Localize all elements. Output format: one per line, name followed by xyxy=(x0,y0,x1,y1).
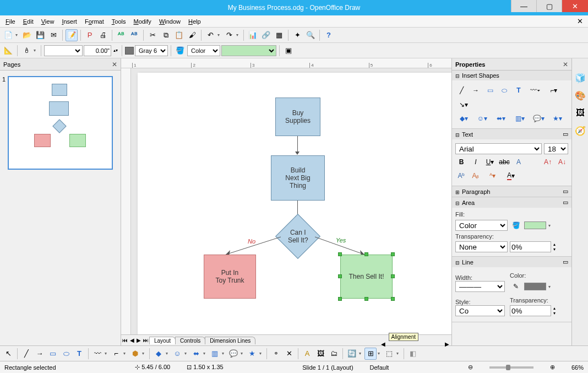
flowchart-dropdown[interactable]: ▾ xyxy=(222,351,226,356)
symbol-dropdown[interactable]: ▾ xyxy=(184,351,189,356)
new-dropdown[interactable]: ▾ xyxy=(15,33,20,37)
stars-dropdown[interactable]: ▾ xyxy=(259,351,264,356)
fill-color-dropdown[interactable]: ▾ xyxy=(548,223,553,228)
navigator-icon[interactable]: ✦ xyxy=(291,29,303,41)
resize-handle[interactable] xyxy=(338,297,342,301)
underline-icon[interactable]: U▾ xyxy=(484,156,496,168)
strikethrough-icon[interactable]: abc xyxy=(498,156,510,168)
line-transparency-input[interactable] xyxy=(510,305,551,316)
rect-icon[interactable]: ▭ xyxy=(47,348,59,360)
text-icon[interactable]: T xyxy=(73,348,85,360)
basic-shapes-icon[interactable]: ◆▾ xyxy=(455,112,472,125)
ellipse-icon[interactable]: ⬭ xyxy=(60,348,72,360)
curve-icon[interactable]: 〰 xyxy=(91,348,104,360)
font-color-icon[interactable]: A▾ xyxy=(503,170,519,182)
resize-handle[interactable] xyxy=(391,274,395,278)
zoom-icon[interactable]: 🔍 xyxy=(304,29,317,41)
line-icon[interactable]: ╱ xyxy=(20,348,32,360)
3d-icon[interactable]: ⬢ xyxy=(129,348,141,360)
cut-icon[interactable]: ✂ xyxy=(146,29,159,41)
arrow[interactable] xyxy=(297,136,298,153)
area-fill-icon[interactable]: 🪣 xyxy=(174,45,186,57)
node-buy-supplies[interactable]: Buy Supplies xyxy=(275,98,320,136)
edit-points-icon[interactable]: 📐 xyxy=(2,45,14,57)
menu-insert[interactable]: Insert xyxy=(58,17,80,26)
gallery-icon[interactable]: 🗂 xyxy=(328,348,340,360)
shadow-text-icon[interactable]: A xyxy=(513,156,525,168)
resize-handle[interactable] xyxy=(391,297,395,301)
bucket-icon[interactable]: 🪣 xyxy=(510,219,522,231)
connector-icon[interactable]: ⌐ xyxy=(110,348,122,360)
help-icon[interactable]: ? xyxy=(323,29,335,41)
tab-dimension[interactable]: Dimension Lines xyxy=(205,337,255,344)
spellcheck-icon[interactable]: ᴬᴮ xyxy=(115,29,127,41)
node-sell-it[interactable]: Then Sell It! xyxy=(340,255,393,299)
fill-color-swatch[interactable] xyxy=(524,221,546,229)
resize-handle[interactable] xyxy=(391,252,395,256)
glue-icon[interactable]: 🕯 xyxy=(20,45,32,57)
gallery-tab-icon[interactable]: 🖼 xyxy=(574,107,586,119)
line-color-swatch[interactable] xyxy=(524,283,546,290)
alignment-icon[interactable]: ⊞ xyxy=(364,348,377,360)
print-icon[interactable]: 🖨 xyxy=(97,29,109,41)
format-paintbrush-icon[interactable]: 🖌 xyxy=(186,29,198,41)
from-file-icon[interactable]: 🖼 xyxy=(314,348,326,360)
page-thumb[interactable] xyxy=(8,76,113,170)
menu-edit[interactable]: Edit xyxy=(20,17,37,26)
callouts-dropdown[interactable]: ▾ xyxy=(241,351,245,356)
fontwork-icon[interactable]: A xyxy=(301,348,313,360)
symbol-shapes-icon[interactable]: ☺▾ xyxy=(474,112,491,125)
menu-modify[interactable]: Modify xyxy=(130,17,154,26)
zoom-out-icon[interactable]: ⊖ xyxy=(468,364,473,371)
menu-help[interactable]: Help xyxy=(185,17,204,26)
font-name-select[interactable]: Arial xyxy=(455,143,542,154)
block-arrows-icon[interactable]: ⬌ xyxy=(190,348,202,360)
pencil-icon[interactable]: ✎ xyxy=(510,280,522,293)
properties-tab-icon[interactable]: 🧊 xyxy=(574,72,586,84)
close-icon[interactable]: ✕ xyxy=(112,61,117,68)
line-color-dropdown[interactable]: ▾ xyxy=(548,284,553,289)
text-icon[interactable]: T xyxy=(513,84,525,96)
ellipse-icon[interactable]: ⬭ xyxy=(498,84,510,96)
decrease-font-icon[interactable]: A↓ xyxy=(556,156,568,168)
shapes-dropdown[interactable]: ▾ xyxy=(166,351,170,356)
select-icon[interactable]: ↖ xyxy=(2,348,14,360)
callouts-icon[interactable]: 💬▾ xyxy=(530,112,547,125)
effects-dropdown[interactable]: ▾ xyxy=(359,351,363,356)
zoom-value[interactable]: 66% xyxy=(571,364,584,371)
basic-shapes-icon[interactable]: ◆ xyxy=(153,348,165,360)
rect-icon[interactable]: ▭ xyxy=(484,84,496,96)
italic-icon[interactable]: I xyxy=(470,156,482,168)
points-icon[interactable]: ⚬ xyxy=(270,348,282,360)
arrow-icon[interactable]: → xyxy=(470,84,482,96)
font-size-select[interactable]: 18 xyxy=(544,143,568,154)
transparency-mode-select[interactable]: None xyxy=(455,241,508,252)
tab-layout[interactable]: Layout xyxy=(149,337,176,344)
curve-dropdown[interactable]: ▾ xyxy=(105,351,109,356)
arrow-icon[interactable]: → xyxy=(34,348,46,360)
auto-spellcheck-icon[interactable]: ᴬᴮ xyxy=(128,29,140,41)
table-icon[interactable]: ▦ xyxy=(273,29,285,41)
arrows-dropdown[interactable]: ▾ xyxy=(203,351,208,356)
symbol-shapes-icon[interactable]: ☺ xyxy=(171,348,183,360)
menu-file[interactable]: File xyxy=(2,17,19,26)
menu-format[interactable]: Format xyxy=(81,17,107,26)
transparency-value-input[interactable] xyxy=(510,241,551,252)
open-icon[interactable]: 📂 xyxy=(21,29,33,41)
minimize-button[interactable]: — xyxy=(511,0,536,12)
tab-controls[interactable]: Controls xyxy=(175,337,205,344)
copy-icon[interactable]: ⧉ xyxy=(160,29,172,41)
block-arrows-icon[interactable]: ⬌▾ xyxy=(493,112,509,125)
redo-dropdown[interactable]: ▾ xyxy=(236,33,241,37)
line-width-select[interactable]: ——— xyxy=(455,281,505,292)
superscript-icon[interactable]: Aᵇ xyxy=(455,170,467,182)
resize-handle[interactable] xyxy=(364,252,368,256)
stars-icon[interactable]: ★▾ xyxy=(549,112,565,125)
tab-nav-prev[interactable]: ◀ xyxy=(129,337,135,343)
more-options-icon[interactable]: ▭ xyxy=(563,188,568,195)
tab-nav-next[interactable]: ▶ xyxy=(135,337,142,343)
zoom-in-icon[interactable]: ⊕ xyxy=(550,364,555,371)
navigator-tab-icon[interactable]: 🧭 xyxy=(574,125,586,137)
line-icon[interactable]: ╱ xyxy=(455,84,467,96)
gluepoints-icon[interactable]: ✕ xyxy=(283,348,295,360)
